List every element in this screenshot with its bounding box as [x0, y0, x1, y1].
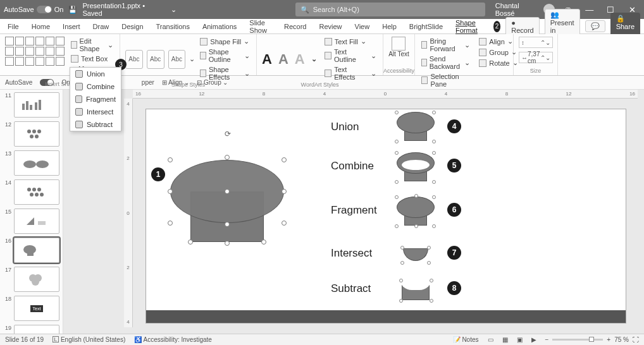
merge-combine[interactable]: Combine — [70, 80, 121, 93]
tab-record[interactable]: Record — [280, 21, 310, 32]
tab-insert[interactable]: Insert — [59, 21, 84, 32]
tab-brightslide[interactable]: BrightSlide — [406, 21, 447, 32]
callout-2: 2 — [493, 21, 500, 32]
view-normal-icon[interactable]: ▭ — [488, 336, 493, 343]
selected-shapes[interactable]: ⟳ — [170, 141, 284, 242]
tab-transitions[interactable]: Transitions — [152, 21, 194, 32]
comments-button[interactable]: 💬 — [585, 20, 605, 32]
slide-footer — [146, 310, 626, 323]
svg-point-16 — [35, 193, 39, 197]
shape-gallery[interactable] — [5, 37, 65, 81]
merge-intersect[interactable]: Intersect — [70, 106, 121, 118]
send-backward-button[interactable]: Send Backward ⌄ — [420, 54, 471, 71]
tab-view[interactable]: View — [351, 21, 374, 32]
chevron-down-icon[interactable]: ⌄ — [171, 6, 176, 14]
group-label-accessibility: Accessibility — [383, 68, 414, 74]
zoom-in-button[interactable]: + — [607, 336, 610, 343]
thumb-11[interactable] — [14, 92, 59, 118]
result-fragment[interactable] — [397, 191, 435, 226]
style-more-icon[interactable]: ⌄ — [189, 55, 195, 63]
save-icon[interactable]: 💾 — [68, 6, 77, 14]
rotate-handle[interactable]: ⟳ — [225, 130, 231, 138]
doc-title[interactable]: Presentation1.pptx • Saved — [82, 2, 165, 17]
merge-shapes-menu: Union Combine Fragment Intersect Subtrac… — [70, 67, 121, 131]
align-button[interactable]: Align ⌄ — [478, 37, 519, 46]
svg-point-17 — [40, 193, 44, 197]
wordart-more-icon[interactable]: ⌄ — [311, 55, 317, 63]
svg-rect-0 — [22, 104, 25, 110]
tab-help[interactable]: Help — [378, 21, 400, 32]
merge-subtract[interactable]: Subtract — [70, 118, 121, 131]
svg-point-8 — [30, 135, 34, 138]
result-combine[interactable] — [397, 147, 435, 181]
result-intersect[interactable] — [397, 236, 435, 270]
group-label-size: Size — [519, 68, 552, 74]
tab-file[interactable]: File — [4, 21, 23, 32]
status-lang[interactable]: 🄻 English (United States) — [53, 336, 125, 343]
thumb-13[interactable] — [14, 150, 59, 176]
thumb-15[interactable] — [14, 209, 59, 234]
tab-draw[interactable]: Draw — [89, 21, 113, 32]
thumb-18[interactable]: Text — [14, 296, 59, 321]
size-height[interactable]: ↕⌃⌄ — [519, 37, 553, 48]
label-subtract: Subtract — [331, 282, 371, 295]
svg-marker-18 — [27, 217, 34, 225]
slide-canvas[interactable]: ⟳ 1 Union Combine Fragment Intersect Sub… — [146, 109, 626, 324]
shape-style-2[interactable]: Abc — [147, 50, 164, 69]
autosave-toggle[interactable] — [37, 6, 52, 13]
thumb-12[interactable] — [14, 121, 59, 147]
group-label-wordart: WordArt Styles — [262, 82, 378, 88]
text-box-button[interactable]: Text Box — [70, 54, 115, 63]
status-accessibility[interactable]: ♿ Accessibility: Investigate — [134, 336, 212, 343]
rotate-button[interactable]: Rotate ⌄ — [478, 58, 519, 68]
autosave-badge: On — [54, 6, 64, 13]
merge-fragment[interactable]: Fragment — [70, 93, 121, 106]
zoom-out-button[interactable]: − — [545, 336, 549, 343]
thumb-14[interactable] — [14, 179, 59, 205]
status-slide: Slide 16 of 19 — [5, 336, 44, 343]
thumb-19[interactable] — [14, 325, 59, 334]
selection-pane-button[interactable]: Selection Pane — [420, 72, 471, 88]
shape-fill-button[interactable]: Shape Fill ⌄ — [199, 37, 251, 46]
alt-text-button[interactable]: Alt Text — [388, 37, 409, 58]
callout-4: 4 — [447, 119, 461, 133]
tab-design[interactable]: Design — [118, 21, 147, 32]
svg-rect-19 — [38, 221, 46, 225]
tab-home[interactable]: Home — [28, 21, 54, 32]
search-icon: 🔍 — [300, 6, 309, 14]
result-subtract[interactable] — [397, 271, 435, 305]
shape-style-1[interactable]: Abc — [125, 50, 143, 69]
thumb-16[interactable] — [14, 238, 59, 263]
result-union[interactable] — [397, 107, 435, 141]
fit-window-button[interactable]: ⛶ — [633, 336, 639, 343]
tab-shape-format[interactable]: Shape Format — [452, 17, 487, 36]
search-input[interactable]: 🔍 Search (Alt+Q) — [295, 3, 485, 16]
bring-forward-button[interactable]: Bring Forward ⌄ — [420, 37, 471, 53]
tab-review[interactable]: Review — [315, 21, 345, 32]
text-outline-button[interactable]: Text Outline ⌄ — [323, 47, 378, 64]
shape-style-3[interactable]: Abc — [168, 50, 186, 69]
zoom-slider[interactable] — [552, 339, 603, 341]
text-effects-button[interactable]: Text Effects ⌄ — [323, 65, 378, 82]
merge-union[interactable]: Union — [70, 68, 121, 80]
record-button[interactable]: ● Record — [505, 17, 539, 36]
shape-outline-button[interactable]: Shape Outline ⌄ — [199, 47, 251, 64]
view-slideshow-icon[interactable]: ▶ — [531, 336, 536, 343]
tab-slideshow[interactable]: Slide Show — [245, 17, 275, 36]
thumb-17[interactable] — [14, 267, 59, 292]
svg-point-7 — [37, 130, 41, 133]
edit-shape-button[interactable]: Edit Shape ⌄ — [70, 37, 115, 53]
slide-thumbnails[interactable]: 11 12 13 14 15 16 17 18Text 19 — [0, 90, 63, 334]
notes-button[interactable]: 📝 Notes — [453, 336, 479, 343]
view-reading-icon[interactable]: ▣ — [517, 336, 523, 343]
size-width[interactable]: ↔7,37 cm⌃⌄ — [519, 52, 553, 63]
svg-rect-4 — [39, 100, 41, 110]
view-sorter-icon[interactable]: ▦ — [502, 336, 508, 343]
group-button[interactable]: Group ⌄ — [478, 47, 519, 57]
svg-point-14 — [37, 188, 41, 191]
svg-rect-21 — [27, 251, 34, 256]
text-fill-button[interactable]: Text Fill ⌄ — [323, 37, 378, 46]
tab-animations[interactable]: Animations — [199, 21, 240, 32]
shape-effects-button[interactable]: Shape Effects ⌄ — [199, 65, 251, 82]
wordart-gallery[interactable]: A A A ⌄ — [262, 51, 317, 68]
